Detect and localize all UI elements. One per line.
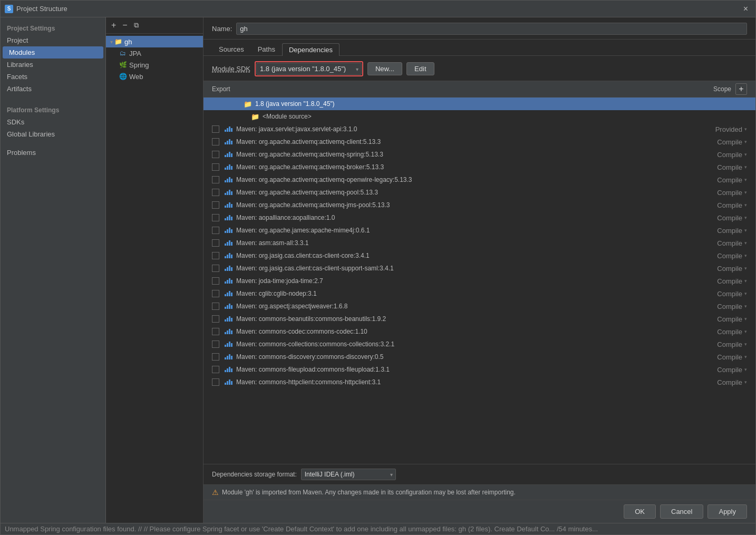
sidebar-item-problems[interactable]: Problems <box>1 149 105 157</box>
dep-row-20[interactable]: Maven: commons-fileupload:commons-fileup… <box>203 363 755 376</box>
add-module-button[interactable]: + <box>109 20 118 31</box>
dep-scope-4[interactable]: Compile ▾ <box>689 163 747 171</box>
dep-checkbox-21[interactable] <box>212 378 219 386</box>
dep-checkbox-4[interactable] <box>212 163 219 171</box>
dep-row-9[interactable]: Maven: org.apache.james:apache-mime4j:0.… <box>203 224 755 237</box>
dep-scope-15[interactable]: Compile ▾ <box>689 303 747 310</box>
dep-checkbox-19[interactable] <box>212 353 219 361</box>
folder-icon: 📁 <box>114 37 122 46</box>
dep-scope-17[interactable]: Compile ▾ <box>689 328 747 336</box>
dep-row-3[interactable]: Maven: org.apache.activemq:activemq-spri… <box>203 148 755 161</box>
dep-row-7[interactable]: Maven: org.apache.activemq:activemq-jms-… <box>203 199 755 211</box>
dep-checkbox-8[interactable] <box>212 214 219 221</box>
dep-checkbox-10[interactable] <box>212 239 219 247</box>
tab-sources[interactable]: Sources <box>212 43 251 55</box>
dep-row-12[interactable]: Maven: org.jasig.cas.client:cas-client-s… <box>203 262 755 275</box>
tab-paths[interactable]: Paths <box>251 43 282 55</box>
dep-scope-21[interactable]: Compile ▾ <box>689 378 747 386</box>
maven-icon-14 <box>225 290 233 297</box>
dep-row-17[interactable]: Maven: commons-codec:commons-codec:1.10 … <box>203 325 755 338</box>
tree-node-web[interactable]: 🌐 Web <box>106 71 203 82</box>
dep-scope-7[interactable]: Compile ▾ <box>689 201 747 209</box>
dep-scope-16[interactable]: Compile ▾ <box>689 315 747 323</box>
dep-checkbox-1[interactable] <box>212 125 219 133</box>
dep-row-13[interactable]: Maven: joda-time:joda-time:2.7 Compile ▾ <box>203 275 755 287</box>
dep-checkbox-17[interactable] <box>212 328 219 335</box>
dep-checkbox-18[interactable] <box>212 341 219 348</box>
dep-checkbox-3[interactable] <box>212 151 219 158</box>
dep-scope-6[interactable]: Compile ▾ <box>689 189 747 197</box>
sdk-edit-button[interactable]: Edit <box>406 62 434 75</box>
module-name-input[interactable] <box>236 23 747 35</box>
dep-row-14[interactable]: Maven: cglib:cglib-nodep:3.1 Compile ▾ <box>203 287 755 300</box>
scope-arrow-18: ▾ <box>744 342 747 347</box>
apply-button[interactable]: Apply <box>707 504 747 519</box>
dep-scope-1[interactable]: Provided ▾ <box>689 125 747 133</box>
dep-scope-2[interactable]: Compile ▾ <box>689 138 747 146</box>
dep-row-jdk[interactable]: 📁 1.8 (java version "1.8.0_45") <box>203 98 755 110</box>
dep-row-10[interactable]: Maven: asm:asm-all:3.3.1 Compile ▾ <box>203 237 755 249</box>
remove-module-button[interactable]: − <box>120 20 129 31</box>
sidebar-item-libraries[interactable]: Libraries <box>1 59 105 71</box>
scope-arrow-12: ▾ <box>744 266 747 271</box>
close-button[interactable]: × <box>740 3 751 15</box>
dep-row-4[interactable]: Maven: org.apache.activemq:activemq-brok… <box>203 161 755 173</box>
dep-scope-18[interactable]: Compile ▾ <box>689 341 747 348</box>
sdk-dropdown[interactable]: 1.8 (java version "1.8.0_45") <box>256 63 362 75</box>
warning-row: ⚠ Module 'gh' is imported from Maven. An… <box>203 484 755 500</box>
dep-checkbox-20[interactable] <box>212 366 219 373</box>
sidebar-item-facets[interactable]: Facets <box>1 71 105 83</box>
sdk-new-button[interactable]: New... <box>367 62 402 75</box>
dep-checkbox-5[interactable] <box>212 176 219 183</box>
dep-row-16[interactable]: Maven: commons-beanutils:commons-beanuti… <box>203 313 755 325</box>
dep-checkbox-11[interactable] <box>212 252 219 259</box>
dep-row-6[interactable]: Maven: org.apache.activemq:activemq-pool… <box>203 186 755 199</box>
dep-checkbox-16[interactable] <box>212 315 219 323</box>
dep-checkbox-14[interactable] <box>212 290 219 297</box>
tree-node-spring[interactable]: 🌿 Spring <box>106 59 203 71</box>
ok-button[interactable]: OK <box>624 504 656 519</box>
dep-row-5[interactable]: Maven: org.apache.activemq:activemq-open… <box>203 173 755 186</box>
sidebar-item-artifacts[interactable]: Artifacts <box>1 83 105 95</box>
dep-row-19[interactable]: Maven: commons-discovery:commons-discove… <box>203 351 755 363</box>
tab-dependencies[interactable]: Dependencies <box>282 43 340 56</box>
dep-scope-19[interactable]: Compile ▾ <box>689 353 747 361</box>
dep-scope-14[interactable]: Compile ▾ <box>689 290 747 298</box>
sidebar-item-sdks[interactable]: SDKs <box>1 116 105 128</box>
dep-checkbox-2[interactable] <box>212 138 219 145</box>
dep-checkbox-15[interactable] <box>212 303 219 310</box>
dep-scope-13[interactable]: Compile ▾ <box>689 277 747 285</box>
storage-format-row: Dependencies storage format: IntelliJ ID… <box>203 464 755 484</box>
dep-row-11[interactable]: Maven: org.jasig.cas.client:cas-client-c… <box>203 249 755 262</box>
dep-row-module-source[interactable]: 📁 <Module source> <box>203 110 755 123</box>
copy-module-button[interactable]: ⧉ <box>132 20 141 31</box>
tree-node-gh[interactable]: ▾ 📁 gh <box>106 36 203 47</box>
dep-scope-20[interactable]: Compile ▾ <box>689 366 747 374</box>
dep-row-2[interactable]: Maven: org.apache.activemq:activemq-clie… <box>203 135 755 148</box>
dep-row-1[interactable]: Maven: javax.servlet:javax.servlet-api:3… <box>203 123 755 135</box>
dep-scope-3[interactable]: Compile ▾ <box>689 151 747 159</box>
dep-scope-12[interactable]: Compile ▾ <box>689 265 747 273</box>
sidebar-item-project[interactable]: Project <box>1 34 105 46</box>
sidebar-item-modules[interactable]: Modules <box>3 46 103 59</box>
add-dependency-button[interactable]: + <box>735 83 747 95</box>
maven-icon-3 <box>225 151 233 158</box>
dep-checkbox-7[interactable] <box>212 201 219 209</box>
dep-checkbox-6[interactable] <box>212 189 219 196</box>
dep-checkbox-13[interactable] <box>212 277 219 285</box>
dep-scope-9[interactable]: Compile ▾ <box>689 227 747 235</box>
dep-scope-8[interactable]: Compile ▾ <box>689 214 747 222</box>
dep-scope-11[interactable]: Compile ▾ <box>689 252 747 260</box>
dep-checkbox-9[interactable] <box>212 227 219 234</box>
tree-node-jpa[interactable]: 🗂 JPA <box>106 47 203 59</box>
dep-scope-5[interactable]: Compile ▾ <box>689 176 747 184</box>
dep-row-21[interactable]: Maven: commons-httpclient:commons-httpcl… <box>203 376 755 388</box>
cancel-button[interactable]: Cancel <box>660 504 703 519</box>
dep-row-15[interactable]: Maven: org.aspectj:aspectjweaver:1.6.8 C… <box>203 300 755 313</box>
dep-scope-10[interactable]: Compile ▾ <box>689 239 747 247</box>
sidebar-item-global-libraries[interactable]: Global Libraries <box>1 128 105 140</box>
dep-row-18[interactable]: Maven: commons-collections:commons-colle… <box>203 338 755 351</box>
dep-row-8[interactable]: Maven: aopalliance:aopalliance:1.0 Compi… <box>203 211 755 224</box>
dep-checkbox-12[interactable] <box>212 265 219 272</box>
storage-format-dropdown[interactable]: IntelliJ IDEA (.iml)Maven (pom.xml) <box>301 469 396 480</box>
